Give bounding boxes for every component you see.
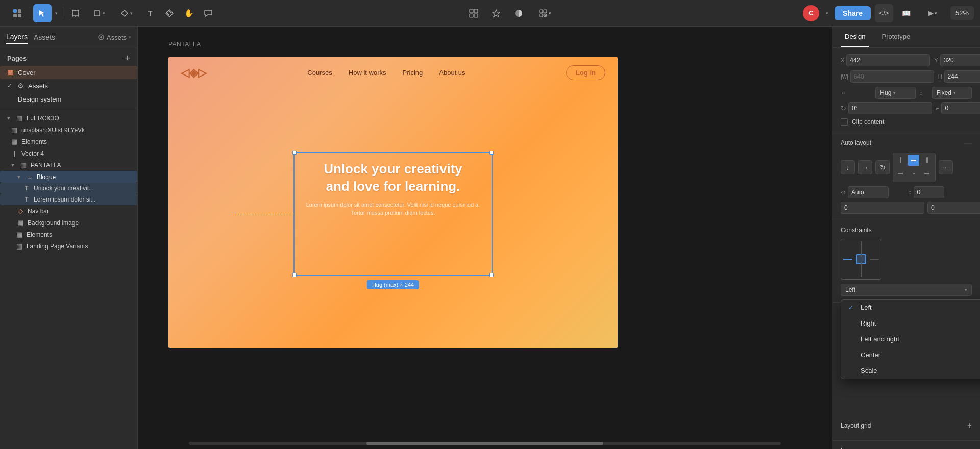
constraints-h-select[interactable]: Left ▾ bbox=[841, 284, 972, 296]
text-tool-button[interactable]: T bbox=[141, 4, 159, 22]
wh-row: |W| H bbox=[841, 70, 972, 83]
assets2-tab[interactable]: Assets ▾ bbox=[97, 34, 131, 41]
h-input[interactable] bbox=[944, 70, 980, 83]
landing-variants-layer[interactable]: ▼ ▦ Landing Page Variants bbox=[0, 240, 137, 252]
hand-tool-button[interactable]: ✋ bbox=[180, 4, 198, 22]
constraints-dropdown: ✓ Left ✓ Right ✓ Left and right ✓ Center bbox=[841, 299, 980, 379]
check-left: ✓ bbox=[848, 304, 855, 311]
h-field: H bbox=[938, 70, 980, 83]
elements-layer[interactable]: ▦ Elements bbox=[0, 136, 137, 147]
al-wrap-button[interactable]: ↻ bbox=[875, 160, 890, 174]
ejercicio-layer[interactable]: ▼ ▦ EJERCICIO bbox=[0, 112, 137, 124]
left-panel: Layers Assets Assets ▾ Pages + ▦ Cover ✓… bbox=[0, 27, 138, 449]
nav-link-howitworks: How it works bbox=[349, 69, 386, 77]
svg-rect-21 bbox=[474, 14, 478, 17]
share-button[interactable]: Share bbox=[835, 6, 871, 20]
canvas-nav-cta: Log in bbox=[566, 65, 605, 80]
option-left[interactable]: ✓ Left bbox=[841, 300, 980, 315]
pantalla-icon: ▦ bbox=[19, 161, 28, 169]
layout-grid-add-button[interactable]: + bbox=[967, 421, 972, 430]
constraints-section: Constraints Left ▾ bbox=[832, 220, 980, 303]
library-tool[interactable]: ▾ bbox=[532, 4, 558, 22]
block-title: Unlock your creativity and love for lear… bbox=[305, 161, 481, 195]
al-auto-input[interactable] bbox=[848, 186, 889, 198]
selected-content-block[interactable]: Unlock your creativity and love for lear… bbox=[293, 152, 493, 276]
user-avatar-button[interactable]: C bbox=[803, 5, 819, 21]
al-align-botright[interactable] bbox=[921, 168, 933, 179]
unlock-text-layer[interactable]: T Unlock your creativit... bbox=[0, 183, 137, 194]
assets-page-item[interactable]: ✓ ⚙ Assets bbox=[0, 79, 137, 92]
effects-center-tool[interactable] bbox=[487, 4, 505, 22]
canvas-scrollbar[interactable] bbox=[189, 442, 781, 445]
fixed-select[interactable]: Fixed ▾ bbox=[932, 87, 972, 99]
canvas[interactable]: PANTALLA ◁◈▷ Courses How it works Pricin… bbox=[138, 27, 832, 449]
al-pad-left-input[interactable] bbox=[841, 202, 924, 214]
design-tab[interactable]: Design bbox=[841, 27, 869, 47]
vector4-layer[interactable]: | Vector 4 bbox=[0, 147, 137, 159]
select-dropdown-button[interactable]: ▾ bbox=[53, 4, 60, 22]
layer-title: Layer bbox=[841, 447, 972, 449]
main-menu-button[interactable] bbox=[8, 4, 27, 22]
elements-root-layer[interactable]: ▼ ▦ Elements bbox=[0, 229, 137, 240]
select-tool-button[interactable] bbox=[33, 4, 52, 22]
clip-content-checkbox[interactable] bbox=[841, 118, 848, 126]
assets-tab[interactable]: Assets bbox=[34, 31, 55, 43]
svg-rect-26 bbox=[540, 14, 543, 17]
option-scale[interactable]: ✓ Scale bbox=[841, 363, 980, 379]
rotation-input[interactable] bbox=[848, 102, 932, 114]
al-align-topcenter[interactable] bbox=[908, 155, 919, 166]
corner-input[interactable] bbox=[941, 102, 980, 114]
al-collapse-button[interactable]: — bbox=[964, 138, 972, 147]
pantalla-layer[interactable]: ▼ ▦ PANTALLA bbox=[0, 159, 137, 171]
code-button[interactable]: </> bbox=[875, 4, 893, 22]
present-button[interactable]: ▶▾ bbox=[920, 4, 946, 22]
book-icon-button[interactable]: 📖 bbox=[897, 4, 916, 22]
vector4-label: Vector 4 bbox=[21, 150, 44, 157]
option-center[interactable]: ✓ Center bbox=[841, 347, 980, 363]
frame-tool-button[interactable] bbox=[66, 4, 85, 22]
w-input[interactable] bbox=[850, 70, 934, 83]
design-system-page-item[interactable]: ▦ Design system bbox=[0, 92, 137, 106]
option-leftright[interactable]: ✓ Left and right bbox=[841, 331, 980, 347]
x-input[interactable] bbox=[846, 54, 930, 66]
cover-page-item[interactable]: ▦ Cover bbox=[0, 66, 137, 79]
svg-rect-25 bbox=[544, 10, 547, 13]
layers-section: ▼ ▦ EJERCICIO ▦ unsplash:XUlsF9LYeVk ▦ E… bbox=[0, 110, 137, 449]
option-center-label: Center bbox=[861, 351, 880, 359]
comment-tool-button[interactable] bbox=[199, 4, 217, 22]
al-align-topright[interactable] bbox=[921, 155, 933, 166]
pen-tool-button[interactable]: ▾ bbox=[113, 4, 140, 22]
fixed-icon-group: ↕ bbox=[920, 90, 928, 96]
al-align-botleft[interactable] bbox=[895, 168, 906, 179]
grid-center-tool[interactable] bbox=[464, 4, 483, 22]
al-more-button[interactable]: ··· bbox=[939, 160, 953, 174]
option-right[interactable]: ✓ Right bbox=[841, 315, 980, 331]
svg-rect-4 bbox=[73, 11, 78, 16]
component-tool-button[interactable] bbox=[160, 4, 179, 22]
y-input[interactable] bbox=[940, 54, 980, 66]
shape-tool-button[interactable]: ▾ bbox=[86, 4, 112, 22]
add-page-button[interactable]: + bbox=[125, 54, 130, 63]
prototype-tab[interactable]: Prototype bbox=[877, 27, 914, 47]
zoom-button[interactable]: 52% bbox=[950, 6, 974, 20]
bloque-layer[interactable]: ▼ ≡ Bloque bbox=[0, 171, 137, 183]
unsplash-layer[interactable]: ▦ unsplash:XUlsF9LYeVk bbox=[0, 124, 137, 136]
al-down-button[interactable]: ↓ bbox=[841, 160, 855, 174]
al-padding-input[interactable] bbox=[914, 186, 944, 198]
layers-tab[interactable]: Layers bbox=[6, 31, 28, 44]
navbar-layer[interactable]: ◇ Nav bar bbox=[0, 205, 137, 217]
al-auto-field: ⇔ bbox=[841, 186, 904, 198]
al-align-botcenter[interactable] bbox=[908, 168, 919, 179]
avatar-dropdown-button[interactable]: ▾ bbox=[823, 4, 830, 22]
toolbar-center: ▾ bbox=[222, 4, 801, 22]
canvas-frame[interactable]: ◁◈▷ Courses How it works Pricing About u… bbox=[168, 57, 618, 348]
hug-select[interactable]: Hug ▾ bbox=[875, 87, 915, 99]
contrast-center-tool[interactable] bbox=[509, 4, 528, 22]
al-align-topleft[interactable] bbox=[895, 155, 906, 166]
layer-section: Layer Pass through ▾ bbox=[832, 441, 980, 449]
al-pad-right-input[interactable] bbox=[927, 202, 980, 214]
bg-image-layer[interactable]: ▦ Background image bbox=[0, 217, 137, 229]
al-right-button[interactable]: → bbox=[858, 160, 872, 174]
c-line-right bbox=[870, 259, 879, 260]
lorem-text-layer[interactable]: T Lorem ipsum dolor si... bbox=[0, 194, 137, 205]
